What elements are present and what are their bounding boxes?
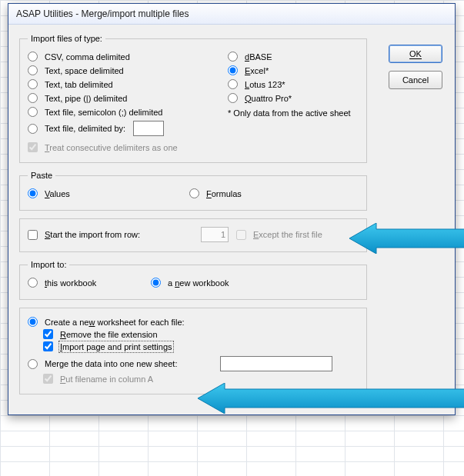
radio-this-workbook[interactable]: this workbook (28, 278, 96, 288)
dialog-title: ASAP Utilities - Merge/import multiple f… (8, 4, 455, 25)
checkbox-treat-consecutive: Treat consecutive delimiters as one (28, 142, 178, 152)
radio-quattro[interactable]: Quattro Pro* (228, 93, 292, 103)
import-to-legend: Import to: (28, 260, 69, 269)
arrow-callout-import-page (198, 383, 464, 414)
radio-paste-formulas[interactable]: Formulas (189, 188, 242, 198)
radio-text-custom-label: Text file, delimited by: (45, 124, 125, 133)
radio-new-workbook[interactable]: a new workbook (151, 278, 229, 288)
active-sheet-note: * Only data from the active sheet (228, 108, 359, 118)
checkbox-put-filename: Put filename in column A (43, 374, 153, 384)
radio-dbase[interactable]: dBASE (228, 52, 272, 62)
merge-import-dialog: ASAP Utilities - Merge/import multiple f… (8, 3, 456, 415)
radio-csv[interactable]: CSV, comma delimited (28, 52, 130, 62)
start-row-input[interactable] (201, 227, 229, 242)
radio-lotus[interactable]: Lotus 123* (228, 79, 285, 89)
radio-excel[interactable]: Excel* (228, 65, 269, 75)
radio-text-semicolon[interactable]: Text file, semicolon (;) delimited (28, 107, 162, 117)
radio-text-space[interactable]: Text, space delimited (28, 65, 124, 75)
radio-csv-label: CSV, comma delimited (45, 52, 130, 62)
import-types-legend: Import files of type: (28, 34, 105, 43)
radio-text-custom[interactable]: Text file, delimited by: (28, 124, 125, 134)
radio-new-sheet-each[interactable]: Create a new worksheet for each file: (28, 317, 185, 327)
create-sheet-group: Create a new worksheet for each file: Re… (19, 308, 367, 394)
import-to-group: Import to: this workbook a new workbook (19, 260, 367, 300)
radio-paste-values[interactable]: Values (28, 188, 70, 198)
paste-group: Paste Values Formulas (19, 171, 367, 211)
radio-text-tab-label: Text, tab delimited (45, 80, 113, 89)
ok-button[interactable]: OK (389, 45, 442, 63)
radio-text-space-label: Text, space delimited (45, 66, 124, 75)
arrow-callout-paste (349, 223, 464, 254)
import-types-group: Import files of type: CSV, comma delimit… (19, 34, 367, 163)
checkbox-except-first: Except the first file (236, 230, 322, 240)
checkbox-import-page-settings[interactable]: Import page and print settings (43, 341, 172, 351)
merge-sheet-name-input[interactable] (220, 356, 332, 371)
radio-merge-one-sheet[interactable]: Merge the data into one new sheet: (28, 359, 220, 369)
radio-text-tab[interactable]: Text, tab delimited (28, 79, 113, 89)
checkbox-start-row[interactable]: Start the import from row: (28, 230, 201, 240)
dialog-button-column: OK Cancel (389, 45, 442, 89)
checkbox-remove-extension[interactable]: Remove the file extension (43, 329, 158, 339)
paste-legend: Paste (28, 171, 55, 180)
custom-delimiter-input[interactable] (133, 121, 164, 136)
radio-text-pipe[interactable]: Text, pipe (|) delimited (28, 93, 127, 103)
start-row-group: Start the import from row: Except the fi… (19, 218, 367, 252)
radio-text-semicolon-label: Text file, semicolon (;) delimited (45, 108, 162, 117)
cancel-button[interactable]: Cancel (389, 71, 442, 89)
